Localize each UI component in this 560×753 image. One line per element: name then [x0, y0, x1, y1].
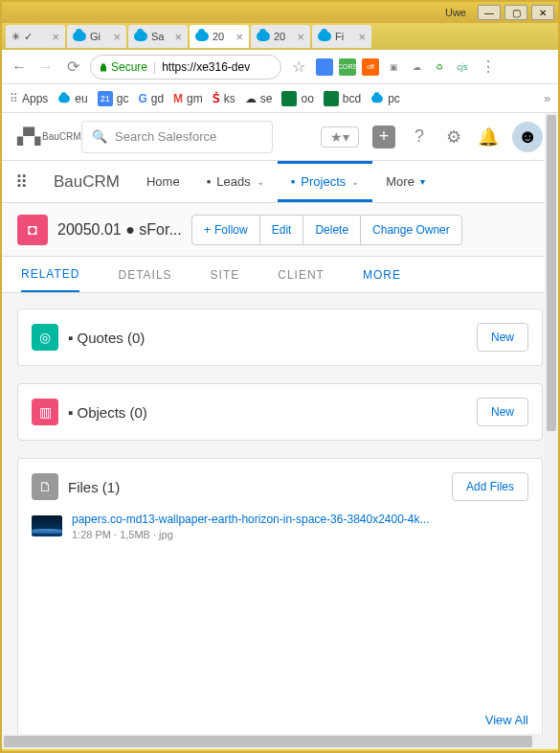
- file-name-link[interactable]: papers.co-md13-wallpaper-earth-horizon-i…: [72, 513, 528, 526]
- close-icon[interactable]: ×: [358, 30, 366, 44]
- salesforce-header: ▞▚BauCRM 🔍 Search Salesforce ★▾ + ? ⚙ 🔔 …: [2, 113, 558, 161]
- close-window-button[interactable]: ✕: [531, 5, 554, 20]
- browser-tab[interactable]: 20×: [251, 25, 310, 48]
- related-body: ◎ ▪ Quotes (0) New ▥ ▪ Objects (0) New 🗋…: [2, 293, 558, 734]
- horizontal-scrollbar[interactable]: [2, 734, 558, 749]
- ext-icon[interactable]: ♻: [431, 58, 448, 76]
- follow-button[interactable]: +Follow: [191, 215, 260, 245]
- bookmark-item[interactable]: oo: [281, 91, 313, 106]
- avatar[interactable]: ☻: [512, 122, 543, 152]
- browser-tab-strip: ✳✓× Gi× Sa× 20× 20× Fi×: [2, 23, 558, 50]
- cloud-icon: [318, 32, 331, 41]
- bookmark-item[interactable]: Ṡks: [213, 92, 235, 105]
- file-row[interactable]: papers.co-md13-wallpaper-earth-horizon-i…: [32, 501, 528, 540]
- record-title: 20050.01 ● sFor...: [57, 221, 182, 239]
- browser-tab-active[interactable]: 20×: [190, 25, 249, 48]
- sub-tabs: RELATED DETAILS SITE CLIENT MORE: [2, 257, 558, 293]
- user-label: Uwe: [445, 7, 466, 18]
- quotes-card: ◎ ▪ Quotes (0) New: [17, 308, 543, 366]
- app-launcher[interactable]: ⠿: [2, 171, 40, 193]
- record-header: ◘ 20050.01 ● sFor... +Follow Edit Delete…: [2, 203, 558, 257]
- bookmark-item[interactable]: ☁se: [245, 92, 273, 105]
- caret-down-icon[interactable]: ▾: [420, 176, 425, 187]
- bookmark-item[interactable]: pc: [370, 92, 400, 105]
- bookmark-item[interactable]: 21gc: [98, 91, 129, 106]
- delete-button[interactable]: Delete: [302, 215, 361, 245]
- ext-icon[interactable]: ☁: [408, 58, 425, 76]
- cloud-icon: [73, 32, 86, 41]
- tab-details[interactable]: DETAILS: [118, 257, 171, 292]
- browser-tab[interactable]: Gi×: [67, 25, 126, 48]
- tab-site[interactable]: SITE: [211, 257, 240, 292]
- ext-icon[interactable]: cjs: [454, 58, 471, 76]
- favorites-button[interactable]: ★▾: [321, 126, 359, 148]
- secure-badge: Secure: [99, 60, 147, 74]
- bookmark-item[interactable]: Mgm: [173, 92, 203, 105]
- tab-client[interactable]: CLIENT: [278, 257, 325, 292]
- app-name: BauCRM: [40, 172, 133, 192]
- notifications-button[interactable]: 🔔: [478, 126, 499, 148]
- menu-button[interactable]: ⋮: [479, 57, 498, 77]
- objects-title[interactable]: ▪ Objects (0): [68, 404, 467, 421]
- new-quote-button[interactable]: New: [477, 323, 528, 352]
- close-icon[interactable]: ×: [174, 30, 182, 44]
- bookmark-item[interactable]: bcd: [324, 91, 361, 106]
- search-input[interactable]: 🔍 Search Salesforce: [81, 121, 273, 153]
- url-input[interactable]: Secure | https://xe316-dev: [90, 55, 281, 80]
- browser-tab[interactable]: Fi×: [312, 25, 371, 48]
- add-button[interactable]: +: [372, 126, 395, 148]
- cloud-icon: [195, 32, 209, 41]
- window-titlebar: Uwe — ▢ ✕: [2, 2, 558, 23]
- view-all-link[interactable]: View All: [32, 713, 528, 727]
- nav-leads[interactable]: ▪Leads⌄: [193, 161, 278, 202]
- browser-tab[interactable]: ✳✓×: [6, 25, 65, 48]
- star-button[interactable]: ☆: [289, 57, 308, 77]
- ext-icon[interactable]: off: [362, 58, 379, 76]
- vertical-scrollbar[interactable]: [545, 113, 558, 734]
- objects-card: ▥ ▪ Objects (0) New: [17, 383, 543, 441]
- new-object-button[interactable]: New: [477, 398, 528, 426]
- objects-icon: ▥: [32, 399, 58, 425]
- edit-button[interactable]: Edit: [259, 215, 304, 245]
- bookmark-apps[interactable]: ⠿Apps: [10, 92, 48, 105]
- close-icon[interactable]: ×: [297, 30, 304, 44]
- nav-projects[interactable]: ▪Projects⌄: [278, 161, 373, 202]
- add-files-button[interactable]: Add Files: [452, 472, 528, 501]
- bookmark-item[interactable]: eu: [57, 92, 87, 105]
- close-icon[interactable]: ×: [52, 30, 59, 44]
- chevron-down-icon[interactable]: ⌄: [257, 176, 264, 187]
- change-owner-button[interactable]: Change Owner: [360, 215, 462, 245]
- setup-button[interactable]: ⚙: [443, 126, 464, 148]
- cloud-icon: [371, 94, 383, 103]
- cloud-icon: [134, 32, 147, 41]
- files-card: 🗋 Files (1) Add Files papers.co-md13-wal…: [17, 458, 543, 734]
- maximize-button[interactable]: ▢: [504, 5, 527, 20]
- ext-icon[interactable]: ▣: [385, 58, 402, 76]
- search-icon: 🔍: [92, 129, 107, 144]
- bookmark-overflow[interactable]: »: [544, 92, 550, 105]
- cloud-icon: [58, 94, 70, 103]
- minimize-button[interactable]: —: [478, 5, 501, 20]
- cloud-icon: [257, 32, 270, 41]
- close-icon[interactable]: ×: [235, 30, 243, 44]
- bookmark-item[interactable]: Ggd: [138, 92, 164, 105]
- back-button[interactable]: ←: [10, 57, 29, 77]
- reload-button[interactable]: ⟳: [63, 57, 82, 77]
- lock-icon: [99, 62, 108, 72]
- forward-button[interactable]: →: [36, 57, 56, 77]
- file-meta: 1:28 PM · 1,5MB · jpg: [72, 529, 528, 540]
- address-bar: ← → ⟳ Secure | https://xe316-dev ☆ CORS …: [2, 50, 558, 84]
- chevron-down-icon[interactable]: ⌄: [351, 176, 359, 187]
- tab-more[interactable]: MORE: [363, 257, 401, 292]
- help-button[interactable]: ?: [409, 126, 430, 148]
- browser-tab[interactable]: Sa×: [128, 25, 188, 48]
- ext-icon[interactable]: [316, 58, 333, 76]
- nav-more[interactable]: More▾: [372, 161, 438, 202]
- quotes-title[interactable]: ▪ Quotes (0): [68, 330, 467, 346]
- nav-home[interactable]: Home: [133, 161, 193, 202]
- tab-related[interactable]: RELATED: [21, 257, 79, 292]
- files-icon: 🗋: [32, 473, 58, 500]
- close-icon[interactable]: ×: [113, 30, 121, 44]
- files-title[interactable]: Files (1): [68, 479, 442, 495]
- ext-icon[interactable]: CORS: [339, 58, 356, 76]
